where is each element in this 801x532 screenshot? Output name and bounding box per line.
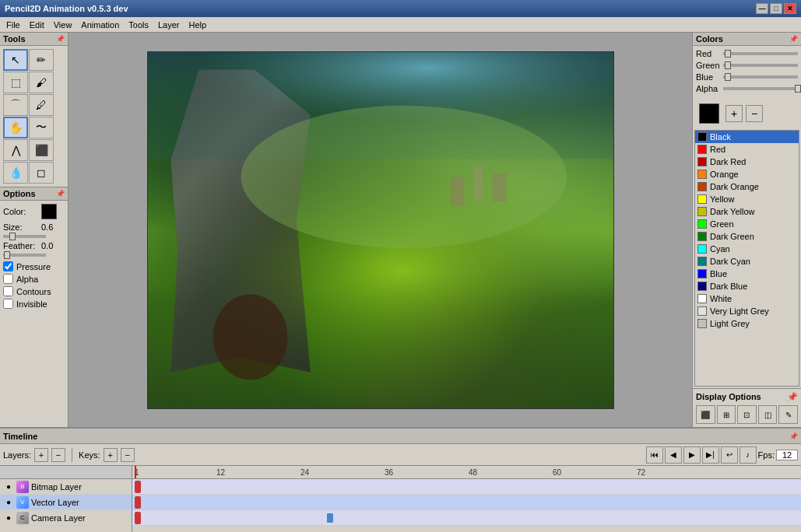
remove-color-button[interactable]: − [746, 105, 763, 122]
blue-slider[interactable] [723, 75, 798, 79]
color-list[interactable]: BlackRedDark RedOrangeDark OrangeYellowD… [694, 130, 799, 387]
vector-frame-track[interactable] [132, 495, 801, 510]
maximize-button[interactable]: □ [770, 3, 782, 14]
camera-layer-vis[interactable]: ● [3, 513, 14, 523]
colors-panel-pin[interactable]: 📌 [789, 35, 798, 43]
select-rect-tool-button[interactable]: ⬚ [3, 72, 28, 93]
color-list-item-dark-red[interactable]: Dark Red [695, 156, 799, 168]
vector-layer-vis[interactable]: ● [3, 497, 14, 508]
color-list-item-green[interactable]: Green [695, 218, 799, 230]
green-slider[interactable] [723, 64, 798, 67]
arrow-tool-button[interactable]: ↖ [3, 49, 28, 71]
alpha-checkbox[interactable] [3, 274, 13, 284]
tools-panel: Tools 📌 ↖ ✏ ⬚ 🖌 ⌒ 🖊 ✋ 〜 ⋀ ⬛ 💧 ◻ Options … [0, 33, 69, 427]
tools-panel-pin[interactable]: 📌 [56, 35, 65, 43]
app-title: Pencil2D Animation v0.5.3 dev [5, 4, 128, 13]
menu-edit[interactable]: Edit [25, 19, 49, 31]
camera-layer-row[interactable]: ● C Camera Layer [0, 510, 132, 526]
smudge-tool-button[interactable]: 〜 [29, 117, 54, 138]
polyline-tool-button[interactable]: ⋀ [3, 139, 28, 161]
size-value: 0.6 [41, 222, 53, 232]
camera-frame-track[interactable] [132, 510, 801, 526]
current-color-box[interactable] [699, 103, 719, 124]
next-button[interactable]: ▶| [702, 446, 719, 464]
display-btn-2[interactable]: ⊡ [737, 405, 757, 424]
canvas-image[interactable] [147, 51, 614, 409]
brush-tool-button[interactable]: 🖌 [29, 72, 54, 93]
color-list-item-red[interactable]: Red [695, 143, 799, 156]
layer-header-row [0, 466, 132, 479]
display-btn-3[interactable]: ◫ [758, 405, 778, 424]
play-button[interactable]: ▶ [683, 446, 701, 464]
display-btn-4[interactable]: ✎ [778, 405, 798, 424]
display-btn-1[interactable]: ⊞ [717, 405, 736, 424]
hand-tool-button[interactable]: ✋ [3, 117, 28, 138]
display-options: Display Options 📌 ⬛ ⊞ ⊡ ◫ ✎ [693, 388, 801, 427]
color-list-item-light-grey[interactable]: Light Grey [695, 317, 799, 330]
menu-animation[interactable]: Animation [76, 19, 124, 31]
contours-checkbox[interactable] [3, 286, 13, 296]
remove-layer-button[interactable]: − [51, 448, 65, 462]
menu-file[interactable]: File [2, 19, 25, 31]
add-color-button[interactable]: + [725, 105, 743, 122]
color-list-item-orange[interactable]: Orange [695, 168, 799, 180]
vector-layer-row[interactable]: ● V Vector Layer [0, 495, 132, 510]
invisible-checkbox[interactable] [3, 299, 13, 309]
pencil-tool-button[interactable]: ✏ [29, 49, 54, 71]
color-swatch[interactable] [41, 204, 57, 219]
color-list-item-dark-yellow[interactable]: Dark Yellow [695, 205, 799, 218]
display-btn-0[interactable]: ⬛ [696, 405, 715, 424]
size-slider[interactable] [3, 235, 46, 238]
color-list-item-very-light-grey[interactable]: Very Light Grey [695, 305, 799, 317]
alpha-row: Alpha [3, 274, 65, 284]
add-key-button[interactable]: + [104, 448, 118, 462]
alpha-slider[interactable] [723, 87, 798, 90]
invisible-row: Invisible [3, 299, 65, 309]
eyedropper-tool-button[interactable]: 💧 [3, 162, 28, 184]
options-panel-pin[interactable]: 📌 [56, 190, 65, 198]
feather-slider[interactable] [3, 254, 46, 257]
pressure-checkbox[interactable] [3, 261, 13, 271]
loop-button[interactable]: ↩ [721, 446, 738, 464]
color-list-item-yellow[interactable]: Yellow [695, 193, 799, 205]
timeline-header: Timeline 📌 [0, 429, 801, 444]
menu-layer[interactable]: Layer [153, 19, 184, 31]
color-dot-very-light-grey [697, 306, 707, 316]
menu-help[interactable]: Help [184, 19, 212, 31]
color-list-item-dark-orange[interactable]: Dark Orange [695, 180, 799, 193]
lasso-tool-button[interactable]: ⌒ [3, 94, 28, 116]
canvas-area[interactable] [69, 33, 692, 427]
pen-tool-button[interactable]: 🖊 [29, 94, 54, 116]
menu-tools[interactable]: Tools [124, 19, 153, 31]
bitmap-layer-row[interactable]: ● B Bitmap Layer [0, 479, 132, 495]
eraser-tool-button[interactable]: ◻ [29, 162, 54, 184]
bitmap-layer-vis[interactable]: ● [3, 481, 14, 492]
fps-value[interactable]: 12 [776, 450, 798, 460]
timeline-frames: 1 12 24 36 48 60 72 [132, 466, 801, 532]
timeline-pin[interactable]: 📌 [789, 432, 798, 440]
prev-frame-button[interactable]: ⏮ [646, 446, 663, 464]
color-list-item-dark-cyan[interactable]: Dark Cyan [695, 255, 799, 268]
menu-view[interactable]: View [49, 19, 77, 31]
display-options-pin[interactable]: 📌 [787, 392, 798, 402]
add-layer-button[interactable]: + [34, 448, 48, 462]
svg-rect-6 [492, 173, 506, 201]
color-option-row: Color: [3, 204, 65, 219]
close-button[interactable]: ✕ [784, 3, 796, 14]
bucket-tool-button[interactable]: ⬛ [29, 139, 54, 161]
prev-button[interactable]: ◀ [665, 446, 682, 464]
remove-key-button[interactable]: − [121, 448, 135, 462]
color-list-item-white[interactable]: White [695, 292, 799, 305]
color-list-item-blue[interactable]: Blue [695, 268, 799, 280]
color-list-item-dark-green[interactable]: Dark Green [695, 230, 799, 243]
red-slider[interactable] [723, 52, 798, 55]
color-list-item-black[interactable]: Black [695, 131, 799, 143]
feather-label: Feather: [3, 241, 38, 250]
color-list-item-cyan[interactable]: Cyan [695, 243, 799, 255]
timeline-title: Timeline [3, 432, 37, 441]
minimize-button[interactable]: — [756, 3, 768, 14]
bitmap-frame-track[interactable] [132, 479, 801, 495]
sound-button[interactable]: ♪ [740, 446, 757, 464]
green-slider-row: Green [696, 61, 798, 70]
color-list-item-dark-blue[interactable]: Dark Blue [695, 280, 799, 292]
